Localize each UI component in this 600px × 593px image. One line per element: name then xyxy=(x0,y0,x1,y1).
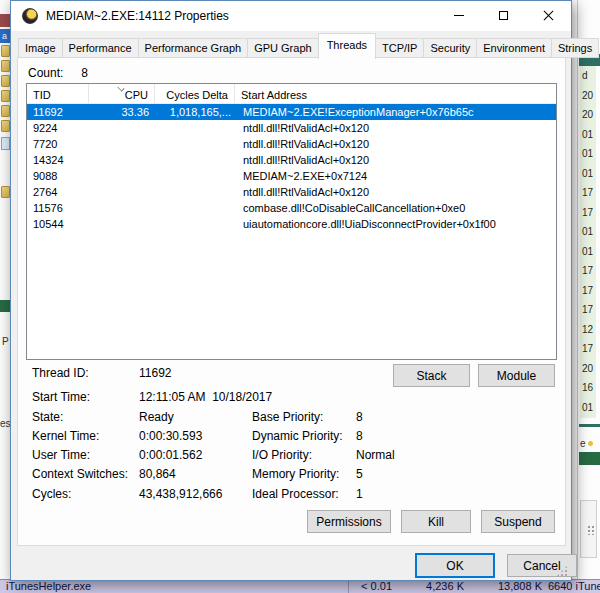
thread-row[interactable]: 7720ntdll.dll!RtlValidAcl+0x120 xyxy=(27,136,556,152)
document-icon xyxy=(1,137,10,150)
close-icon xyxy=(543,10,554,21)
tab-bar: Image Performance Performance Graph GPU … xyxy=(18,32,565,58)
cell-tid: 11692 xyxy=(27,104,89,120)
cell-tid: 10544 xyxy=(27,216,89,232)
detail-label: State: xyxy=(32,410,139,428)
close-button[interactable] xyxy=(526,1,571,30)
process-cpu: < 0.01 xyxy=(352,580,392,593)
module-button[interactable]: Module xyxy=(478,364,555,387)
window-title: MEDIAM~2.EXE:14112 Properties xyxy=(46,9,229,23)
folder-icon xyxy=(1,45,10,57)
detail-base-priority: Base Priority:8 xyxy=(252,410,363,428)
kill-button[interactable]: Kill xyxy=(401,510,471,533)
column-header-tid[interactable]: TID xyxy=(27,84,89,103)
cell-start-address: MEDIAM~2.EXE!ExceptionManager+0x76b65c xyxy=(235,104,556,120)
permissions-button[interactable]: Permissions xyxy=(307,510,391,533)
detail-label: Start Time: xyxy=(32,390,139,408)
detail-value: 5 xyxy=(356,467,363,485)
folder-icon xyxy=(1,75,10,87)
background-divider xyxy=(579,424,600,427)
cell-tid: 2764 xyxy=(27,184,89,200)
caption-buttons xyxy=(436,1,571,30)
threads-list: TID CPU Cycles Delta Start Address 11692… xyxy=(26,83,557,360)
ok-button[interactable]: OK xyxy=(415,553,495,578)
cell-start-address: uiautomationcore.dll!UiaDisconnectProvid… xyxy=(235,216,556,232)
maximize-button[interactable] xyxy=(481,1,526,30)
tab-gpu-graph[interactable]: GPU Graph xyxy=(247,38,318,58)
detail-label: Context Switches: xyxy=(32,467,139,485)
detail-label: Base Priority: xyxy=(252,410,356,428)
minimize-icon xyxy=(454,15,464,16)
background-text-fragment: e xyxy=(580,438,586,449)
detail-value: 1 xyxy=(356,487,363,505)
cell-cpu xyxy=(89,136,155,152)
background-star-icon xyxy=(588,441,593,446)
process-name: iTunesHelper.exe xyxy=(6,580,91,593)
thread-row[interactable]: 2764ntdll.dll!RtlValidAcl+0x120 xyxy=(27,184,556,200)
scrollbar-grip-dots xyxy=(587,525,595,535)
detail-memory-priority: Memory Priority:5 xyxy=(252,467,363,485)
detail-label: I/O Priority: xyxy=(252,448,356,466)
cell-cpu xyxy=(89,120,155,136)
scrollbar-fragment[interactable] xyxy=(580,500,597,558)
cell-tid: 9224 xyxy=(27,120,89,136)
cell-cycles xyxy=(155,200,235,216)
folder-icon xyxy=(1,186,10,198)
column-header-cycles-delta[interactable]: Cycles Delta xyxy=(155,84,235,103)
detail-label: Kernel Time: xyxy=(32,429,139,447)
tab-tcpip[interactable]: TCP/IP xyxy=(375,38,424,58)
column-header-start-address[interactable]: Start Address xyxy=(235,84,556,103)
thread-count: Count:8 xyxy=(28,66,88,80)
thread-row[interactable]: 9224ntdll.dll!RtlValidAcl+0x120 xyxy=(27,120,556,136)
detail-kernel-time: Kernel Time:0:00:30.593 xyxy=(32,429,202,447)
cell-cycles xyxy=(155,120,235,136)
detail-value: 80,864 xyxy=(139,467,176,485)
cell-start-address: ntdll.dll!RtlValidAcl+0x120 xyxy=(235,152,556,168)
thread-row[interactable]: 11576combase.dll!CoDisableCallCancellati… xyxy=(27,200,556,216)
column-header-cpu[interactable]: CPU xyxy=(89,84,155,103)
detail-label: User Time: xyxy=(32,448,139,466)
thread-row[interactable]: 9088MEDIAM~2.EXE+0x7124 xyxy=(27,168,556,184)
detail-label: Thread ID: xyxy=(32,366,139,384)
tab-environment[interactable]: Environment xyxy=(476,38,552,58)
background-process-row[interactable]: iTunesHelper.exe < 0.01 4,236 K 13,808 K… xyxy=(0,579,600,593)
stack-button[interactable]: Stack xyxy=(393,364,470,387)
app-icon xyxy=(22,8,38,24)
detail-dynamic-priority: Dynamic Priority:8 xyxy=(252,429,363,447)
detail-value: 11692 xyxy=(139,366,171,384)
cell-cycles xyxy=(155,216,235,232)
cell-cycles: 1,018,165,... xyxy=(155,104,235,120)
detail-label: Cycles: xyxy=(32,487,139,505)
folder-icon xyxy=(1,90,10,102)
tab-threads[interactable]: Threads xyxy=(318,33,376,59)
detail-value: 12:11:05 AM 10/18/2017 xyxy=(139,390,272,408)
detail-io-priority: I/O Priority:Normal xyxy=(252,448,395,466)
count-label: Count: xyxy=(28,66,63,80)
title-bar[interactable]: MEDIAM~2.EXE:14112 Properties xyxy=(11,1,571,31)
process-pid-and-name: 6640 iTunesHelper xyxy=(548,580,600,593)
cell-start-address: MEDIAM~2.EXE+0x7124 xyxy=(235,168,556,184)
stack-module-buttons: Stack Module xyxy=(393,364,555,387)
tab-image[interactable]: Image xyxy=(18,38,63,58)
cell-cycles xyxy=(155,168,235,184)
tab-performance-graph[interactable]: Performance Graph xyxy=(138,38,249,58)
minimize-button[interactable] xyxy=(436,1,481,30)
suspend-button[interactable]: Suspend xyxy=(481,510,555,533)
tab-performance[interactable]: Performance xyxy=(62,38,139,58)
detail-value: Normal xyxy=(356,448,395,466)
detail-label: Dynamic Priority: xyxy=(252,429,356,447)
cell-cpu xyxy=(89,200,155,216)
maximize-icon xyxy=(499,11,508,20)
cell-tid: 7720 xyxy=(27,136,89,152)
thread-row[interactable]: 1169233.361,018,165,...MEDIAM~2.EXE!Exce… xyxy=(27,104,556,120)
process-working-set: 13,808 K xyxy=(486,580,542,593)
thread-row[interactable]: 14324ntdll.dll!RtlValidAcl+0x120 xyxy=(27,152,556,168)
cell-cpu xyxy=(89,216,155,232)
tab-security[interactable]: Security xyxy=(423,38,477,58)
thread-row[interactable]: 10544uiautomationcore.dll!UiaDisconnectP… xyxy=(27,216,556,232)
tab-strings[interactable]: Strings xyxy=(551,38,599,58)
background-toolbar-fragment xyxy=(0,14,10,27)
detail-context-switches: Context Switches:80,864 xyxy=(32,467,176,485)
cell-tid: 9088 xyxy=(27,168,89,184)
folder-icon xyxy=(1,60,10,72)
